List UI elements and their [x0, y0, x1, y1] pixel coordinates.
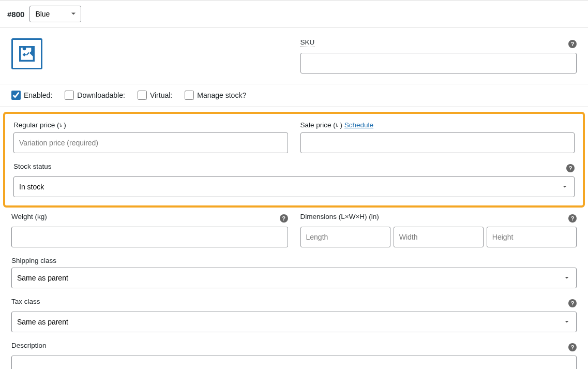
schedule-link[interactable]: Schedule: [344, 121, 373, 129]
help-icon[interactable]: ?: [568, 343, 577, 351]
length-input[interactable]: [300, 227, 390, 247]
variation-image-placeholder[interactable]: [11, 38, 42, 69]
variation-header: #800 Blue: [0, 1, 588, 28]
stock-status-label: Stock status: [13, 163, 52, 170]
weight-input[interactable]: [11, 227, 288, 247]
stock-status-select[interactable]: In stock: [13, 176, 575, 197]
image-icon: [17, 43, 37, 64]
virtual-checkbox-item[interactable]: Virtual:: [138, 91, 172, 100]
help-icon[interactable]: ?: [566, 164, 575, 172]
virtual-checkbox[interactable]: [138, 91, 147, 100]
sku-input[interactable]: [300, 53, 577, 73]
regular-price-label: Regular price (৳ ): [13, 121, 288, 129]
width-input[interactable]: [394, 227, 484, 247]
downloadable-label: Downloadable:: [77, 91, 125, 99]
enabled-checkbox-item[interactable]: Enabled:: [11, 91, 52, 100]
shipping-class-select[interactable]: Same as parent: [11, 268, 577, 288]
virtual-label: Virtual:: [150, 91, 172, 99]
variation-id: #800: [7, 10, 24, 19]
dimensions-label: Dimensions (L×W×H) (in): [300, 213, 379, 220]
manage-stock-checkbox[interactable]: [185, 91, 194, 100]
regular-price-input[interactable]: [13, 132, 288, 153]
weight-label: Weight (kg): [11, 213, 47, 220]
help-icon[interactable]: ?: [568, 40, 577, 48]
description-textarea[interactable]: [11, 356, 577, 369]
help-icon[interactable]: ?: [568, 299, 577, 307]
checkbox-options: Enabled: Downloadable: Virtual: Manage s…: [0, 84, 588, 107]
sku-label: SKU: [300, 38, 315, 47]
description-label: Description: [11, 342, 47, 349]
sale-price-input[interactable]: [300, 132, 575, 153]
help-icon[interactable]: ?: [280, 214, 288, 223]
help-icon[interactable]: ?: [568, 214, 577, 223]
downloadable-checkbox-item[interactable]: Downloadable:: [65, 91, 125, 100]
price-stock-highlight: Regular price (৳ ) Sale price (৳ ) Sched…: [3, 112, 585, 208]
downloadable-checkbox[interactable]: [65, 91, 74, 100]
height-input[interactable]: [487, 227, 577, 247]
manage-stock-label: Manage stock?: [197, 91, 246, 99]
shipping-class-label: Shipping class: [11, 257, 577, 264]
manage-stock-checkbox-item[interactable]: Manage stock?: [185, 91, 246, 100]
sale-price-label: Sale price (৳ ) Schedule: [300, 121, 575, 129]
enabled-label: Enabled:: [24, 91, 52, 99]
enabled-checkbox[interactable]: [11, 91, 21, 100]
tax-class-label: Tax class: [11, 298, 40, 305]
tax-class-select[interactable]: Same as parent: [11, 312, 577, 332]
attribute-select[interactable]: Blue: [29, 6, 81, 22]
